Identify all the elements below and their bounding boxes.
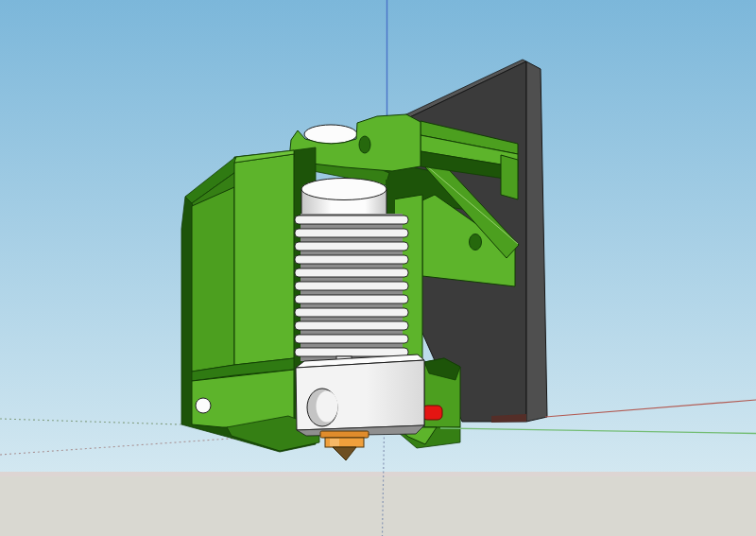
heater-cartridge-face bbox=[317, 391, 338, 423]
bracket-bolt-hole bbox=[470, 234, 482, 251]
heatsink-fin bbox=[295, 268, 408, 277]
body-front-right-facet[interactable] bbox=[234, 154, 294, 365]
body-front-left-facet[interactable] bbox=[192, 187, 234, 372]
heatsink-fin bbox=[295, 229, 408, 237]
idler-arm-bolt-hole bbox=[359, 136, 370, 153]
heatsink-fin bbox=[295, 348, 408, 356]
heatsink-fin bbox=[295, 282, 408, 290]
nozzle-highlight bbox=[330, 439, 339, 446]
coupler-top bbox=[301, 179, 387, 200]
ground-plane bbox=[0, 476, 756, 536]
red-cartridge-connector[interactable] bbox=[422, 406, 442, 420]
heatsink-fin bbox=[295, 216, 408, 224]
heatsink-fin bbox=[295, 295, 408, 303]
viewport[interactable] bbox=[0, 0, 756, 536]
viewport-canvas[interactable] bbox=[0, 0, 756, 536]
heatsink[interactable] bbox=[295, 214, 408, 368]
arm-clamp-strip bbox=[501, 155, 518, 199]
heatsink-fin bbox=[295, 321, 408, 330]
heatsink-fin bbox=[295, 242, 408, 251]
heatsink-fin bbox=[295, 255, 408, 264]
heater-block[interactable] bbox=[296, 354, 424, 436]
heatsink-fin bbox=[295, 335, 408, 343]
nozzle-flange bbox=[320, 431, 369, 438]
heatsink-fin bbox=[295, 308, 408, 317]
carriage-bolt-hole bbox=[196, 398, 211, 413]
